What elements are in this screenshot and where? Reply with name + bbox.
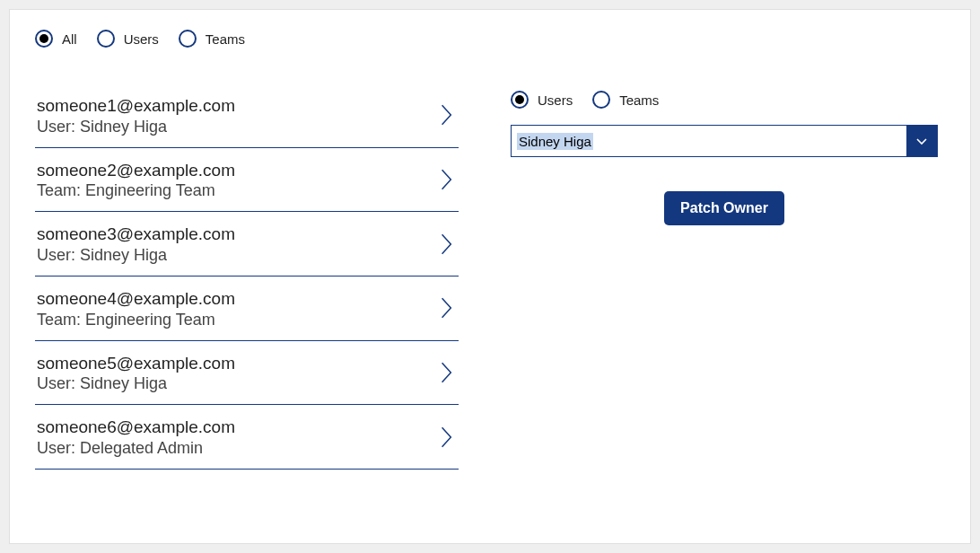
item-email: someone6@example.com [37,416,235,439]
radio-circle-icon [35,30,53,48]
item-email: someone4@example.com [37,287,235,311]
item-owner: Team: Engineering Team [37,311,235,329]
chevron-right-icon [441,233,453,256]
owner-type-filter: Users Teams [511,91,938,109]
radio-label: Teams [206,31,245,47]
list-item[interactable]: someone4@example.com Team: Engineering T… [35,276,459,341]
chevron-right-icon [441,168,453,191]
radio-label: Users [124,31,159,47]
item-owner: User: Delegated Admin [37,439,235,458]
chevron-down-icon [915,135,928,147]
radio-label: Teams [619,92,659,108]
radio-all[interactable]: All [35,30,77,48]
radio-users[interactable]: Users [97,30,159,48]
chevron-right-icon [441,426,453,449]
item-owner: User: Sidney Higa [37,246,235,265]
item-email: someone2@example.com [37,159,235,182]
radio-owner-users[interactable]: Users [511,91,573,109]
radio-label: All [62,31,77,47]
patch-owner-button[interactable]: Patch Owner [664,191,784,225]
radio-circle-icon [179,30,197,48]
content-area: someone1@example.com User: Sidney Higa s… [10,83,970,544]
list-item[interactable]: someone1@example.com User: Sidney Higa [35,83,459,148]
item-email: someone5@example.com [37,352,235,375]
radio-circle-icon [511,91,529,109]
chevron-right-icon [441,361,453,384]
list-item[interactable]: someone3@example.com User: Sidney Higa [35,212,459,276]
list-item[interactable]: someone6@example.com User: Delegated Adm… [35,405,459,470]
owner-dropdown[interactable]: Sidney Higa [511,125,938,157]
radio-owner-teams[interactable]: Teams [592,91,659,109]
radio-circle-icon [97,30,115,48]
list-spacer [35,470,459,541]
radio-label: Users [538,92,573,108]
dropdown-selected-text: Sidney Higa [517,133,593,150]
owner-panel: Users Teams Sidney Higa Patch Owner [459,83,970,544]
list-item[interactable]: someone2@example.com Team: Engineering T… [35,148,459,213]
account-list-pane: someone1@example.com User: Sidney Higa s… [10,83,459,544]
account-list-scroll[interactable]: someone1@example.com User: Sidney Higa s… [35,83,459,544]
chevron-right-icon [441,296,453,320]
top-filter-group: All Users Teams [10,10,970,48]
list-item[interactable]: someone5@example.com User: Sidney Higa [35,341,459,406]
radio-teams[interactable]: Teams [179,30,245,48]
chevron-right-icon [441,103,453,127]
item-email: someone1@example.com [37,94,235,118]
item-owner: User: Sidney Higa [37,118,235,136]
radio-circle-icon [592,91,610,109]
item-email: someone3@example.com [37,223,235,246]
item-owner: User: Sidney Higa [37,374,235,393]
app-frame: All Users Teams someone1@example.com Use… [9,9,971,544]
item-owner: Team: Engineering Team [37,181,235,200]
dropdown-value: Sidney Higa [512,126,906,156]
dropdown-toggle-button[interactable] [906,126,937,156]
